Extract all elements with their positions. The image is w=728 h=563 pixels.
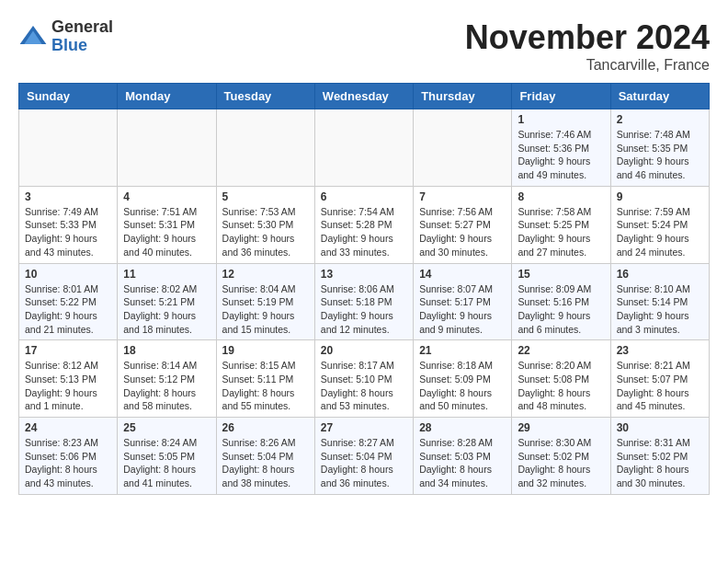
calendar-cell: 20Sunrise: 8:17 AM Sunset: 5:10 PM Dayli… — [314, 340, 413, 418]
day-info: Sunrise: 7:56 AM Sunset: 5:27 PM Dayligh… — [419, 205, 506, 259]
day-number: 26 — [222, 421, 309, 434]
day-number: 11 — [123, 268, 210, 281]
calendar-cell: 15Sunrise: 8:09 AM Sunset: 5:16 PM Dayli… — [512, 263, 610, 340]
day-number: 19 — [222, 344, 309, 357]
calendar-cell: 10Sunrise: 8:01 AM Sunset: 5:22 PM Dayli… — [19, 263, 118, 340]
calendar-cell: 12Sunrise: 8:04 AM Sunset: 5:19 PM Dayli… — [216, 263, 314, 340]
day-info: Sunrise: 7:46 AM Sunset: 5:36 PM Dayligh… — [518, 128, 604, 182]
title-area: November 2024 Tancarville, France — [465, 18, 710, 74]
day-of-week-header: Thursday — [414, 84, 512, 109]
day-info: Sunrise: 8:10 AM Sunset: 5:14 PM Dayligh… — [617, 282, 703, 337]
logo-general: General — [51, 17, 113, 36]
logo-blue: Blue — [51, 36, 87, 54]
calendar-cell: 13Sunrise: 8:06 AM Sunset: 5:18 PM Dayli… — [314, 263, 413, 340]
day-info: Sunrise: 8:15 AM Sunset: 5:11 PM Dayligh… — [222, 359, 309, 413]
logo-text: General Blue — [51, 18, 113, 55]
calendar-cell — [19, 109, 118, 187]
day-number: 28 — [419, 421, 506, 434]
calendar-header-row: SundayMondayTuesdayWednesdayThursdayFrid… — [19, 84, 710, 109]
calendar-cell: 7Sunrise: 7:56 AM Sunset: 5:27 PM Daylig… — [414, 186, 512, 263]
day-info: Sunrise: 8:07 AM Sunset: 5:17 PM Dayligh… — [419, 282, 506, 337]
day-number: 13 — [321, 268, 407, 281]
calendar-week-row: 10Sunrise: 8:01 AM Sunset: 5:22 PM Dayli… — [19, 263, 710, 340]
day-info: Sunrise: 7:59 AM Sunset: 5:24 PM Dayligh… — [617, 205, 703, 259]
day-info: Sunrise: 8:12 AM Sunset: 5:13 PM Dayligh… — [25, 359, 111, 413]
day-number: 4 — [123, 190, 210, 203]
calendar-cell: 24Sunrise: 8:23 AM Sunset: 5:06 PM Dayli… — [19, 418, 118, 495]
day-number: 8 — [518, 190, 604, 203]
calendar-cell — [314, 109, 413, 187]
day-info: Sunrise: 7:48 AM Sunset: 5:35 PM Dayligh… — [617, 128, 703, 182]
day-info: Sunrise: 8:02 AM Sunset: 5:21 PM Dayligh… — [123, 282, 210, 337]
calendar-cell: 6Sunrise: 7:54 AM Sunset: 5:28 PM Daylig… — [314, 186, 413, 263]
calendar-cell: 25Sunrise: 8:24 AM Sunset: 5:05 PM Dayli… — [118, 418, 216, 495]
calendar-week-row: 17Sunrise: 8:12 AM Sunset: 5:13 PM Dayli… — [19, 340, 710, 418]
day-info: Sunrise: 8:27 AM Sunset: 5:04 PM Dayligh… — [321, 436, 407, 490]
calendar-cell: 11Sunrise: 8:02 AM Sunset: 5:21 PM Dayli… — [118, 263, 216, 340]
day-number: 30 — [617, 421, 703, 434]
calendar-cell: 22Sunrise: 8:20 AM Sunset: 5:08 PM Dayli… — [512, 340, 610, 418]
calendar-cell: 14Sunrise: 8:07 AM Sunset: 5:17 PM Dayli… — [414, 263, 512, 340]
day-number: 16 — [617, 268, 703, 281]
calendar-cell — [216, 109, 314, 187]
calendar-cell: 17Sunrise: 8:12 AM Sunset: 5:13 PM Dayli… — [19, 340, 118, 418]
day-info: Sunrise: 8:30 AM Sunset: 5:02 PM Dayligh… — [518, 436, 604, 490]
day-number: 27 — [321, 421, 407, 434]
calendar-cell: 1Sunrise: 7:46 AM Sunset: 5:36 PM Daylig… — [512, 109, 610, 187]
day-number: 7 — [419, 190, 506, 203]
day-info: Sunrise: 8:18 AM Sunset: 5:09 PM Dayligh… — [419, 359, 506, 413]
calendar-cell: 8Sunrise: 7:58 AM Sunset: 5:25 PM Daylig… — [512, 186, 610, 263]
day-number: 15 — [518, 268, 604, 281]
day-number: 10 — [25, 268, 111, 281]
day-number: 14 — [419, 268, 506, 281]
day-info: Sunrise: 8:23 AM Sunset: 5:06 PM Dayligh… — [25, 436, 111, 490]
day-number: 6 — [321, 190, 407, 203]
day-number: 21 — [419, 344, 506, 357]
day-info: Sunrise: 8:14 AM Sunset: 5:12 PM Dayligh… — [123, 359, 210, 413]
calendar-week-row: 1Sunrise: 7:46 AM Sunset: 5:36 PM Daylig… — [19, 109, 710, 187]
day-info: Sunrise: 7:54 AM Sunset: 5:28 PM Dayligh… — [321, 205, 407, 259]
day-info: Sunrise: 8:04 AM Sunset: 5:19 PM Dayligh… — [222, 282, 309, 337]
day-number: 12 — [222, 268, 309, 281]
calendar-cell: 30Sunrise: 8:31 AM Sunset: 5:02 PM Dayli… — [610, 418, 709, 495]
calendar-cell: 29Sunrise: 8:30 AM Sunset: 5:02 PM Dayli… — [512, 418, 610, 495]
day-number: 5 — [222, 190, 309, 203]
day-info: Sunrise: 8:24 AM Sunset: 5:05 PM Dayligh… — [123, 436, 210, 490]
calendar-table: SundayMondayTuesdayWednesdayThursdayFrid… — [18, 83, 710, 495]
location: Tancarville, France — [465, 57, 710, 74]
month-title: November 2024 — [465, 18, 710, 57]
calendar-cell: 21Sunrise: 8:18 AM Sunset: 5:09 PM Dayli… — [414, 340, 512, 418]
day-info: Sunrise: 7:53 AM Sunset: 5:30 PM Dayligh… — [222, 205, 309, 259]
day-info: Sunrise: 7:51 AM Sunset: 5:31 PM Dayligh… — [123, 205, 210, 259]
header: General Blue November 2024 Tancarville, … — [18, 18, 710, 74]
day-number: 24 — [25, 421, 111, 434]
day-of-week-header: Sunday — [19, 84, 118, 109]
day-info: Sunrise: 8:31 AM Sunset: 5:02 PM Dayligh… — [617, 436, 703, 490]
day-number: 1 — [518, 113, 604, 126]
day-number: 9 — [617, 190, 703, 203]
day-number: 2 — [617, 113, 703, 126]
calendar-cell — [414, 109, 512, 187]
day-number: 25 — [123, 421, 210, 434]
day-number: 29 — [518, 421, 604, 434]
day-info: Sunrise: 7:58 AM Sunset: 5:25 PM Dayligh… — [518, 205, 604, 259]
day-info: Sunrise: 7:49 AM Sunset: 5:33 PM Dayligh… — [25, 205, 111, 259]
day-info: Sunrise: 8:28 AM Sunset: 5:03 PM Dayligh… — [419, 436, 506, 490]
calendar-cell: 2Sunrise: 7:48 AM Sunset: 5:35 PM Daylig… — [610, 109, 709, 187]
day-number: 3 — [25, 190, 111, 203]
day-number: 17 — [25, 344, 111, 357]
day-number: 23 — [617, 344, 703, 357]
calendar-week-row: 3Sunrise: 7:49 AM Sunset: 5:33 PM Daylig… — [19, 186, 710, 263]
calendar-cell: 27Sunrise: 8:27 AM Sunset: 5:04 PM Dayli… — [314, 418, 413, 495]
day-info: Sunrise: 8:06 AM Sunset: 5:18 PM Dayligh… — [321, 282, 407, 337]
calendar-cell: 23Sunrise: 8:21 AM Sunset: 5:07 PM Dayli… — [610, 340, 709, 418]
calendar-week-row: 24Sunrise: 8:23 AM Sunset: 5:06 PM Dayli… — [19, 418, 710, 495]
day-info: Sunrise: 8:01 AM Sunset: 5:22 PM Dayligh… — [25, 282, 111, 337]
day-of-week-header: Monday — [118, 84, 216, 109]
calendar-cell: 26Sunrise: 8:26 AM Sunset: 5:04 PM Dayli… — [216, 418, 314, 495]
day-number: 20 — [321, 344, 407, 357]
calendar-cell: 5Sunrise: 7:53 AM Sunset: 5:30 PM Daylig… — [216, 186, 314, 263]
day-number: 22 — [518, 344, 604, 357]
day-info: Sunrise: 8:21 AM Sunset: 5:07 PM Dayligh… — [617, 359, 703, 413]
calendar-cell: 4Sunrise: 7:51 AM Sunset: 5:31 PM Daylig… — [118, 186, 216, 263]
